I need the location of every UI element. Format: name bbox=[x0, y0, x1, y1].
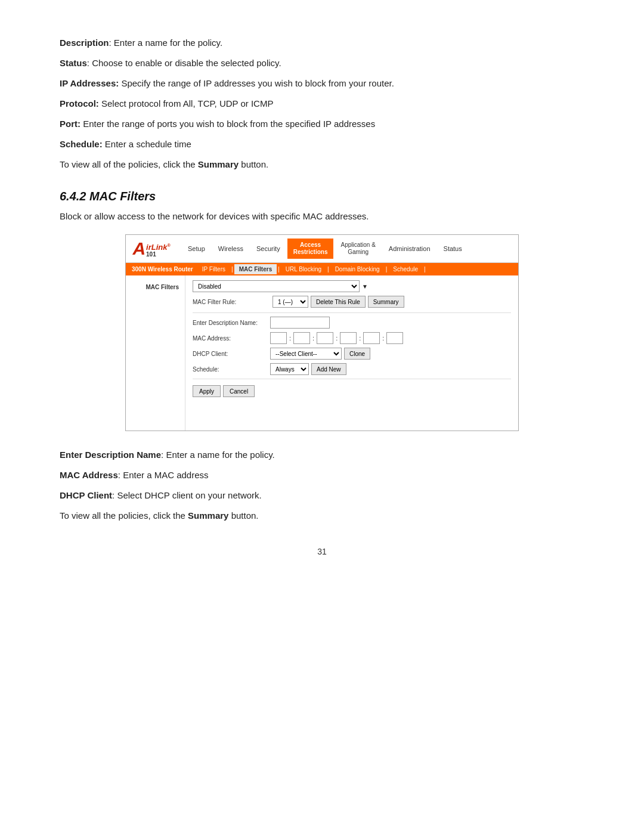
sub-nav-ip-filters[interactable]: IP Filters bbox=[197, 264, 230, 274]
p-ip-bold: IP Addresses: bbox=[60, 78, 119, 88]
nav-tab-admin[interactable]: Administration bbox=[383, 242, 436, 255]
sub-nav-divider5: | bbox=[423, 266, 426, 272]
p-protocol: Protocol: Select protocol from All, TCP,… bbox=[60, 97, 584, 111]
divider2 bbox=[193, 379, 511, 379]
sidebar-mac-filters-label: MAC Filters bbox=[129, 281, 181, 293]
p-summary-text2: button. bbox=[239, 159, 268, 169]
nav-tab-status[interactable]: Status bbox=[438, 242, 468, 255]
p-port-text: Enter the range of ports you wish to blo… bbox=[80, 119, 375, 129]
apply-button[interactable]: Apply bbox=[193, 385, 221, 397]
after-router-paragraphs: Enter Description Name: Enter a name for… bbox=[60, 448, 584, 523]
mac-sep-3: : bbox=[336, 335, 338, 342]
dhcp-client-controls: --Select Client-- Clone bbox=[270, 348, 370, 360]
ap2-text: : Enter a MAC address bbox=[118, 470, 209, 480]
logo-101: 101 bbox=[146, 252, 171, 258]
logo-a-icon: A bbox=[132, 240, 145, 258]
router-header: A irLink® 101 Setup Wireless Security Ac… bbox=[126, 235, 518, 263]
p-schedule-bold: Schedule: bbox=[60, 139, 103, 149]
intro-paragraph: Block or allow access to the network for… bbox=[60, 209, 584, 224]
logo-irlink: irLink® bbox=[146, 243, 171, 251]
ap4-text1: To view all the policies, click the bbox=[60, 510, 188, 521]
ap2: MAC Address: Enter a MAC address bbox=[60, 468, 584, 482]
ap3: DHCP Client: Select DHCP client on your … bbox=[60, 488, 584, 503]
ap1-text: : Enter a name for the policy. bbox=[161, 450, 275, 460]
sub-nav-divider4: | bbox=[385, 266, 388, 272]
router-sidebar: MAC Filters bbox=[126, 275, 185, 431]
mac-octet-6[interactable] bbox=[386, 332, 403, 344]
mac-sep-1: : bbox=[289, 335, 291, 342]
p-port-bold: Port: bbox=[60, 119, 80, 129]
ap3-bold: DHCP Client bbox=[60, 490, 112, 500]
sub-nav-url-blocking[interactable]: URL Blocking bbox=[281, 264, 326, 274]
nav-tab-gaming[interactable]: Application &Gaming bbox=[335, 239, 381, 259]
nav-tab-setup[interactable]: Setup bbox=[182, 242, 211, 255]
filter-rule-dropdown[interactable]: 1 (—) bbox=[273, 296, 308, 308]
nav-tab-access[interactable]: AccessRestrictions bbox=[287, 239, 334, 259]
section-heading: 6.4.2 MAC Filters bbox=[60, 190, 584, 203]
p-description-text: : Enter a name for the policy. bbox=[109, 38, 223, 48]
router-body: MAC Filters Disabled Enabled ▼ MAC Filte… bbox=[126, 275, 518, 431]
filter-rule-label: MAC Filter Rule: bbox=[193, 299, 270, 305]
mac-sep-2: : bbox=[312, 335, 314, 342]
mac-octet-2[interactable] bbox=[293, 332, 310, 344]
description-name-input[interactable] bbox=[270, 317, 330, 329]
dhcp-client-row: DHCP Client: --Select Client-- Clone bbox=[193, 348, 511, 360]
mac-octet-5[interactable] bbox=[363, 332, 380, 344]
ap3-text: : Select DHCP client on your network. bbox=[112, 490, 262, 500]
p-description: Description: Enter a name for the policy… bbox=[60, 36, 584, 50]
router-ui: A irLink® 101 Setup Wireless Security Ac… bbox=[125, 234, 519, 431]
mac-sep-4: : bbox=[359, 335, 361, 342]
status-dropdown[interactable]: Disabled Enabled bbox=[193, 280, 360, 292]
filter-rule-row: MAC Filter Rule: 1 (—) Delete This Rule … bbox=[193, 296, 511, 308]
sub-nav: 300N Wireless Router IP Filters | MAC Fi… bbox=[126, 263, 518, 275]
ap4-text2: button. bbox=[228, 510, 258, 521]
sub-nav-divider1: | bbox=[231, 266, 234, 272]
p-description-bold: Description bbox=[60, 38, 109, 48]
mac-address-label: MAC Address: bbox=[193, 335, 270, 342]
p-status-text: : Choose to enable or disable the select… bbox=[87, 58, 281, 68]
bottom-buttons: Apply Cancel bbox=[193, 385, 511, 397]
schedule-dropdown[interactable]: Always bbox=[270, 363, 309, 375]
description-name-label: Enter Description Name: bbox=[193, 320, 270, 326]
p-ip-text: Specify the range of IP addresses you wi… bbox=[119, 78, 394, 88]
summary-button[interactable]: Summary bbox=[368, 296, 404, 308]
page-number: 31 bbox=[60, 547, 584, 556]
p-port: Port: Enter the range of ports you wish … bbox=[60, 117, 584, 131]
p-schedule-text: Enter a schedule time bbox=[103, 139, 191, 149]
mac-octet-3[interactable] bbox=[317, 332, 333, 344]
router-model-label: 300N Wireless Router bbox=[128, 265, 197, 274]
router-logo: A irLink® 101 bbox=[131, 240, 172, 258]
router-content: Disabled Enabled ▼ MAC Filter Rule: 1 (—… bbox=[185, 275, 518, 431]
ap2-bold: MAC Address bbox=[60, 470, 118, 480]
sub-nav-mac-filters[interactable]: MAC Filters bbox=[234, 264, 277, 274]
nav-tab-security[interactable]: Security bbox=[250, 242, 286, 255]
sub-nav-schedule[interactable]: Schedule bbox=[388, 264, 423, 274]
mac-address-row: MAC Address: : : : : : bbox=[193, 332, 511, 344]
mac-address-controls: : : : : : bbox=[270, 332, 403, 344]
dhcp-client-dropdown[interactable]: --Select Client-- bbox=[270, 348, 342, 360]
ap1: Enter Description Name: Enter a name for… bbox=[60, 448, 584, 462]
sub-nav-domain-blocking[interactable]: Domain Blocking bbox=[330, 264, 385, 274]
p-summary: To view all of the policies, click the S… bbox=[60, 157, 584, 172]
mac-sep-5: : bbox=[382, 335, 384, 342]
p-status: Status: Choose to enable or disable the … bbox=[60, 56, 584, 70]
p-summary-bold: Summary bbox=[198, 159, 239, 169]
add-new-button[interactable]: Add New bbox=[311, 363, 346, 375]
status-row: Disabled Enabled ▼ bbox=[193, 280, 511, 292]
mac-octet-4[interactable] bbox=[340, 332, 357, 344]
p-protocol-bold: Protocol: bbox=[60, 98, 99, 109]
divider1 bbox=[193, 312, 511, 313]
dhcp-client-label: DHCP Client: bbox=[193, 351, 270, 357]
status-controls: Disabled Enabled ▼ bbox=[193, 280, 368, 292]
delete-rule-button[interactable]: Delete This Rule bbox=[311, 296, 366, 308]
nav-tab-wireless[interactable]: Wireless bbox=[212, 242, 249, 255]
sub-nav-divider3: | bbox=[327, 266, 330, 272]
nav-tabs: Setup Wireless Security AccessRestrictio… bbox=[182, 239, 513, 259]
clone-button[interactable]: Clone bbox=[344, 348, 370, 360]
top-paragraphs: Description: Enter a name for the policy… bbox=[60, 36, 584, 172]
schedule-label: Schedule: bbox=[193, 366, 270, 373]
cancel-button[interactable]: Cancel bbox=[223, 385, 255, 397]
mac-octet-1[interactable] bbox=[270, 332, 287, 344]
schedule-controls: Always Add New bbox=[270, 363, 346, 375]
ap4: To view all the policies, click the Summ… bbox=[60, 509, 584, 523]
